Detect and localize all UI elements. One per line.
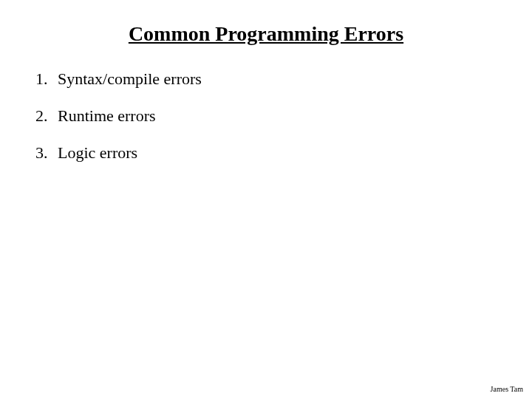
list-item-text: Logic errors xyxy=(58,143,137,163)
list-item-number: 1. xyxy=(35,69,58,89)
list-item-text: Runtime errors xyxy=(58,106,156,126)
slide-title: Common Programming Errors xyxy=(30,22,502,46)
list-item-text: Syntax/compile errors xyxy=(58,69,202,89)
list-item-number: 3. xyxy=(35,143,58,163)
list-item: 3. Logic errors xyxy=(35,143,502,163)
list-item-number: 2. xyxy=(35,106,58,126)
error-list: 1. Syntax/compile errors 2. Runtime erro… xyxy=(30,69,502,163)
slide-container: Common Programming Errors 1. Syntax/comp… xyxy=(0,0,532,399)
list-item: 2. Runtime errors xyxy=(35,106,502,126)
author-footer: James Tam xyxy=(491,385,523,393)
list-item: 1. Syntax/compile errors xyxy=(35,69,502,89)
